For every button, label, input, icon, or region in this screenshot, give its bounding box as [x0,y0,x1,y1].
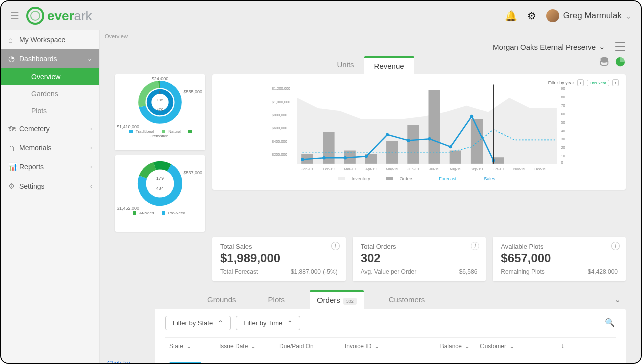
svg-text:Dec-19: Dec-19 [534,167,546,171]
revenue-chart: Filter by year ‹ This Year › $1,200,000$… [212,74,626,190]
year-current-button[interactable]: This Year [587,80,609,86]
col-balance[interactable]: Balance ⌄ [410,343,470,350]
svg-point-44 [386,133,389,136]
svg-text:179: 179 [156,176,164,181]
content: Overview Morgan Oaks Eternal Preserve ⌄ … [100,30,641,363]
svg-text:484: 484 [156,186,164,191]
tab-revenue[interactable]: Revenue [364,56,414,74]
svg-point-48 [470,115,473,118]
svg-text:20: 20 [561,145,565,150]
svg-text:185: 185 [157,98,163,102]
tab-plots[interactable]: Plots [261,291,292,308]
svg-text:Feb-19: Feb-19 [323,167,334,171]
preserve-selector[interactable]: Morgan Oaks Eternal Preserve ⌄ [493,42,605,51]
globe-icon [26,7,44,25]
sidebar-sub-gardens[interactable]: Gardens [1,85,99,102]
filter-state-button[interactable]: Filter by State⌃ [165,316,231,330]
chart-legend: Inventory Orders -- Forecast — Sales [219,176,619,181]
topbar: ☰ everark 🔔 ⚙ Greg Marmulak ⌄ [1,1,641,30]
download-icon[interactable]: ⤓ [560,343,575,350]
svg-text:8: 8 [159,91,161,95]
svg-text:Jun-19: Jun-19 [408,167,419,171]
col-issue[interactable]: Issue Date ⌄ [219,343,279,350]
svg-point-41 [322,156,325,159]
svg-text:$600,000: $600,000 [272,126,287,130]
svg-text:$200,000: $200,000 [272,152,287,157]
hamburger-icon[interactable]: ☰ [10,10,19,22]
svg-text:$1,000,000: $1,000,000 [272,100,290,104]
home-icon: ⌂ [8,36,19,44]
sidebar-sub-overview[interactable]: Overview [1,68,99,85]
avatar [546,9,559,22]
svg-point-43 [365,155,368,158]
svg-text:Mar-19: Mar-19 [344,167,356,171]
year-next-button[interactable]: › [612,79,619,86]
tab-customers[interactable]: Customers [382,291,432,308]
sidebar-item-cemetery[interactable]: 🗺Cemetery‹ [1,119,99,138]
svg-text:Sep-19: Sep-19 [471,167,483,171]
donut-need-type: $537,000 $1,452,000 179 484 At-Need Pre-… [115,155,205,232]
info-icon[interactable]: i [471,242,479,250]
svg-point-47 [449,145,452,148]
svg-text:50: 50 [561,120,565,125]
stat-total-sales: i Total Sales $1,989,000 Total Forecast$… [212,237,346,281]
col-due[interactable]: Due/Paid On [279,343,345,350]
col-invoice[interactable]: Invoice ID ⌄ [345,343,410,350]
svg-text:Oct-19: Oct-19 [493,167,504,171]
user-menu[interactable]: Greg Marmulak ⌄ [546,9,632,22]
menu-icon[interactable]: ☰ [614,44,626,49]
svg-point-45 [407,139,410,142]
sidebar-item-reports[interactable]: 📊Reports‹ [1,157,99,176]
search-icon[interactable]: 🔍 [605,318,615,327]
svg-text:$800,000: $800,000 [272,113,287,117]
svg-rect-35 [407,125,419,164]
map-icon: 🗺 [8,125,19,133]
svg-point-40 [301,158,304,161]
database-icon[interactable] [599,56,610,67]
col-customer[interactable]: Customer ⌄ [470,343,560,350]
tab-orders[interactable]: Orders302 [310,290,364,309]
gear-icon: ⚙ [8,181,19,191]
tab-units[interactable]: Units [327,56,364,74]
pie-chart-icon[interactable] [615,56,626,67]
filter-time-button[interactable]: Filter by Time⌃ [236,316,300,330]
svg-text:Aug-19: Aug-19 [449,167,461,171]
info-icon[interactable]: i [331,242,340,250]
tab-grounds[interactable]: Grounds [200,291,243,308]
bell-icon[interactable]: 🔔 [505,10,517,22]
sidebar-sub-plots[interactable]: Plots [1,102,99,119]
svg-text:40: 40 [561,129,565,133]
sidebar: ⌂ My Workspace ◔ Dashboards ⌄ Overview G… [1,30,100,363]
chevron-up-icon: ⌃ [287,319,293,327]
chevron-right-icon: ‹ [90,163,92,170]
table-row[interactable]: Sent 09/12/2019 Due in 15 days INV0004 $… [165,355,616,363]
sidebar-item-dashboards[interactable]: ◔ Dashboards ⌄ [1,49,99,68]
sidebar-item-workspace[interactable]: ⌂ My Workspace [1,30,99,49]
chevron-right-icon: ‹ [90,125,92,132]
donut-burial-type: $24,000 $555,000 $1,410,000 8 185 470 [115,74,205,150]
user-name: Greg Marmulak [563,11,622,21]
chevron-down-icon[interactable]: ⌄ [614,295,621,304]
sidebar-item-settings[interactable]: ⚙Settings‹ [1,176,99,196]
chevron-down-icon: ⌄ [87,55,92,62]
gear-icon[interactable]: ⚙ [527,10,536,22]
orders-badge: 302 [343,298,357,305]
chevron-up-icon: ⌃ [218,319,223,327]
year-prev-button[interactable]: ‹ [577,79,584,86]
orders-table: Click for Invoice & Customer Filter by S… [155,309,626,363]
status-badge: Sent [169,362,201,363]
svg-point-42 [344,156,347,159]
svg-text:Nov-19: Nov-19 [513,167,525,171]
svg-rect-36 [429,90,440,164]
svg-text:Jul-19: Jul-19 [429,167,439,171]
info-icon[interactable]: i [611,242,620,250]
breadcrumb: Overview [100,30,641,42]
callout-text: Click for Invoice & Customer [107,359,150,363]
svg-text:$1,200,000: $1,200,000 [272,86,290,91]
col-state[interactable]: State ⌄ [169,343,219,350]
svg-text:Apr-19: Apr-19 [365,167,376,171]
svg-text:30: 30 [561,137,565,141]
logo[interactable]: everark [26,7,92,25]
sidebar-item-memorials[interactable]: ⛫Memorials‹ [1,138,99,157]
chevron-down-icon: ⌄ [625,11,632,21]
